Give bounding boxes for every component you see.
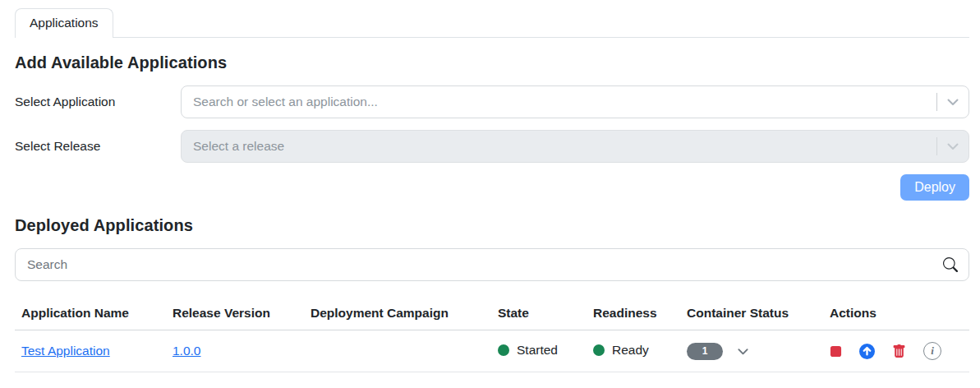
trash-icon[interactable] <box>892 344 906 358</box>
tab-applications[interactable]: Applications <box>15 8 113 38</box>
select-application-label: Select Application <box>15 95 181 109</box>
container-count-badge: 1 <box>687 343 723 360</box>
state-label: Started <box>517 343 558 358</box>
release-select-input <box>182 131 936 162</box>
info-icon[interactable]: i <box>923 342 941 360</box>
page: Applications Add Available Applications … <box>0 0 980 372</box>
container-status-cell: 1 <box>687 343 817 360</box>
application-select-input[interactable] <box>182 86 936 118</box>
release-select <box>181 130 969 163</box>
table-header-row: Application Name Release Version Deploym… <box>15 303 969 330</box>
state-status: Started <box>498 343 558 358</box>
info-circle-glyph: i <box>923 342 941 360</box>
add-available-applications-title: Add Available Applications <box>15 53 969 72</box>
header-application-name: Application Name <box>15 303 166 330</box>
application-select[interactable] <box>181 85 969 118</box>
select-application-row: Select Application <box>15 85 969 118</box>
container-expand-chevron-icon[interactable] <box>737 345 749 358</box>
deployed-applications-title: Deployed Applications <box>15 216 969 235</box>
readiness-green-dot-icon <box>593 344 605 356</box>
stop-icon[interactable] <box>830 345 842 358</box>
select-release-row: Select Release <box>15 130 969 163</box>
release-version-link[interactable]: 1.0.0 <box>173 344 200 358</box>
upgrade-icon[interactable] <box>859 344 875 359</box>
readiness-label: Ready <box>612 343 649 358</box>
deployed-search[interactable] <box>15 248 969 281</box>
header-deployment-campaign: Deployment Campaign <box>304 303 491 330</box>
deploy-button[interactable]: Deploy <box>900 174 969 201</box>
header-state: State <box>491 303 587 330</box>
header-release-version: Release Version <box>166 303 304 330</box>
actions-cell: i <box>830 342 963 360</box>
table-row: Test Application 1.0.0 Started Ready <box>15 330 969 372</box>
chevron-down-icon[interactable] <box>937 86 968 118</box>
header-container-status: Container Status <box>680 303 823 330</box>
state-green-dot-icon <box>498 344 509 356</box>
search-input[interactable] <box>16 249 932 280</box>
deployment-campaign-cell <box>304 330 491 372</box>
chevron-down-icon <box>937 131 968 162</box>
application-name-link[interactable]: Test Application <box>21 344 110 358</box>
deploy-row: Deploy <box>15 174 969 201</box>
search-icon <box>932 257 968 272</box>
tab-bar: Applications <box>15 8 969 38</box>
header-actions: Actions <box>823 303 969 330</box>
select-release-label: Select Release <box>15 139 181 154</box>
deployed-applications-table: Application Name Release Version Deploym… <box>15 303 969 372</box>
header-readiness: Readiness <box>587 303 680 330</box>
readiness-status: Ready <box>593 343 649 358</box>
